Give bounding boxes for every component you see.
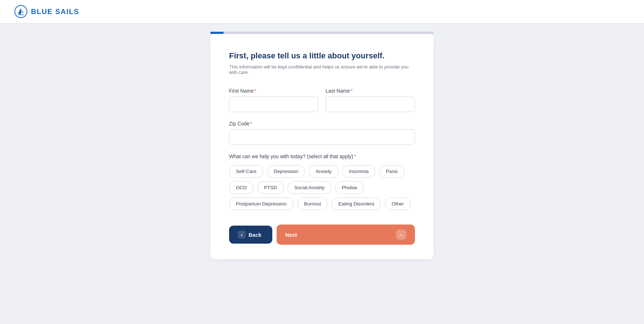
sail-icon <box>14 5 27 18</box>
zip-code-group: Zip Code* <box>229 121 415 145</box>
zip-row: Zip Code* <box>229 121 415 145</box>
tag-item[interactable]: Other <box>385 197 411 210</box>
page-title: First, please tell us a little about you… <box>229 51 415 61</box>
tag-item[interactable]: Social Anxiety <box>287 181 331 194</box>
last-name-input[interactable] <box>326 97 415 112</box>
tags-container: Self-CareDepressionAnxietyInsomniaPanicO… <box>229 165 415 210</box>
back-button[interactable]: ‹ Back <box>229 226 272 244</box>
tag-item[interactable]: Depression <box>267 165 305 178</box>
tag-item[interactable]: OCD <box>229 181 254 194</box>
navigation-row: ‹ Back Next › <box>229 225 415 245</box>
tag-item[interactable]: Eating Disorders <box>331 197 381 210</box>
name-row: First Name* Last Name* <box>229 88 415 112</box>
first-name-group: First Name* <box>229 88 318 112</box>
tag-item[interactable]: Insomnia <box>342 165 376 178</box>
progress-bar-fill <box>210 32 224 34</box>
first-name-input[interactable] <box>229 97 318 112</box>
tag-item[interactable]: Self-Care <box>229 165 263 178</box>
tag-item[interactable]: Panic <box>379 165 405 178</box>
chevron-right-icon: › <box>396 230 406 240</box>
app-header: BLUE SAILS <box>0 0 644 23</box>
tag-item[interactable]: Phobia <box>335 181 364 194</box>
required-star-4: * <box>354 154 356 159</box>
tag-item[interactable]: Anxiety <box>309 165 338 178</box>
logo-text: BLUE SAILS <box>31 8 79 16</box>
chevron-left-icon: ‹ <box>238 231 246 239</box>
last-name-group: Last Name* <box>326 88 415 112</box>
next-label: Next <box>285 232 297 238</box>
tag-item[interactable]: Postpartum Depression <box>229 197 294 210</box>
tag-item[interactable]: PTSD <box>257 181 284 194</box>
required-star: * <box>254 88 256 94</box>
form-card: First, please tell us a little about you… <box>210 34 434 259</box>
page-subtitle: This information will be kept confidenti… <box>229 64 415 75</box>
help-section-label: What can we help you with today? (select… <box>229 154 415 159</box>
zip-code-input[interactable] <box>229 129 415 145</box>
last-name-label: Last Name* <box>326 88 415 94</box>
progress-bar <box>210 32 434 34</box>
first-name-label: First Name* <box>229 88 318 94</box>
tag-item[interactable]: Burnout <box>297 197 328 210</box>
required-star-3: * <box>250 121 252 127</box>
zip-code-label: Zip Code* <box>229 121 415 127</box>
back-label: Back <box>249 232 261 238</box>
next-button[interactable]: Next › <box>277 225 415 245</box>
required-star-2: * <box>351 88 353 94</box>
